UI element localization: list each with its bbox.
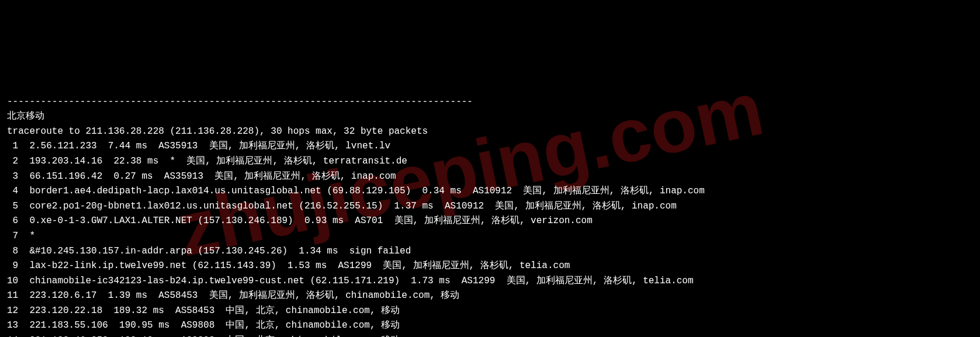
hop-line: 13 221.183.55.106 190.95 ms AS9808 中国, 北… — [7, 320, 400, 331]
hop-line: 6 0.xe-0-1-3.GW7.LAX1.ALTER.NET (157.130… — [7, 216, 593, 226]
terminal-output: ----------------------------------------… — [7, 95, 980, 337]
hop-line: 11 223.120.6.17 1.39 ms AS58453 美国, 加利福尼… — [7, 290, 460, 301]
hop-line: 9 lax-b22-link.ip.twelve99.net (62.115.1… — [7, 260, 570, 271]
separator-line: ----------------------------------------… — [7, 96, 473, 107]
hop-line: 5 core2.po1-20g-bbnet1.lax012.us.unitasg… — [7, 201, 677, 211]
hop-line: 10 chinamobile-ic342123-las-b24.ip.twelv… — [7, 276, 694, 286]
hop-line: 1 2.56.121.233 7.44 ms AS35913 美国, 加利福尼亚… — [7, 141, 390, 151]
hop-line: 2 193.203.14.16 22.38 ms * 美国, 加利福尼亚州, 洛… — [7, 156, 407, 166]
hop-line: 3 66.151.196.42 0.27 ms AS35913 美国, 加利福尼… — [7, 171, 396, 182]
hop-line: 8 &#10.245.130.157.in-addr.arpa (157.130… — [7, 246, 411, 256]
section-title: 北京移动 — [7, 111, 44, 121]
hop-line: 7 * — [7, 231, 35, 241]
hop-line: 4 border1.ae4.dedipath-lacp.lax014.us.un… — [7, 186, 705, 196]
traceroute-header: traceroute to 211.136.28.228 (211.136.28… — [7, 126, 428, 137]
hop-line: 12 223.120.22.18 189.32 ms AS58453 中国, 北… — [7, 305, 400, 316]
